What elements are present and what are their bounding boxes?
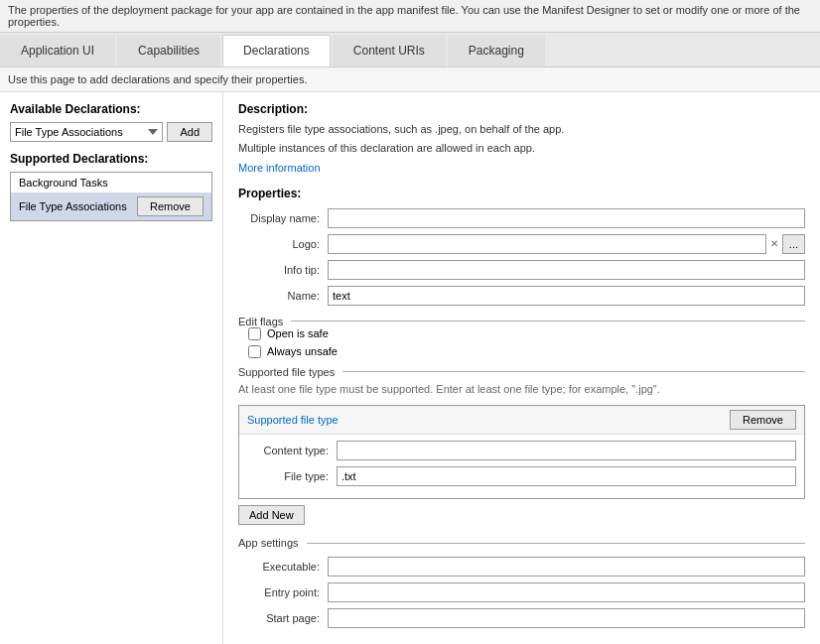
file-type-box: Supported file type Remove Content type:… (238, 405, 805, 499)
content-type-label: Content type: (247, 445, 337, 456)
file-type-remove-button[interactable]: Remove (730, 410, 796, 430)
properties-title: Properties: (238, 187, 805, 200)
supported-declarations-label: Supported Declarations: (10, 152, 212, 166)
name-input[interactable] (328, 286, 805, 306)
always-unsafe-checkbox[interactable] (248, 345, 261, 358)
tab-packaging[interactable]: Packaging (448, 35, 545, 66)
executable-input[interactable] (328, 557, 805, 577)
info-tip-input[interactable] (328, 260, 805, 280)
edit-flags-section: Edit flags Open is safe Always unsafe (238, 316, 805, 358)
display-name-input[interactable] (328, 208, 805, 228)
logo-clear-button[interactable]: ✕ (766, 236, 782, 251)
available-declarations-row: File Type Associations Add (10, 122, 212, 142)
properties-section: Properties: Display name: Logo: ✕ ... In… (238, 187, 805, 306)
logo-row: Logo: ✕ ... (238, 234, 805, 254)
add-new-button[interactable]: Add New (238, 505, 305, 525)
tabs-container: Application UI Capabilities Declarations… (0, 33, 820, 67)
file-type-input[interactable] (337, 466, 796, 486)
open-is-safe-row: Open is safe (238, 327, 805, 340)
file-type-label: File type: (247, 470, 337, 482)
main-content: Available Declarations: File Type Associ… (0, 92, 820, 644)
info-tip-label: Info tip: (238, 264, 328, 276)
display-name-label: Display name: (238, 212, 328, 224)
top-bar: The properties of the deployment package… (0, 0, 820, 33)
tab-capabilities[interactable]: Capabilities (117, 35, 220, 66)
left-panel: Available Declarations: File Type Associ… (0, 92, 223, 644)
supported-item-background-tasks[interactable]: Background Tasks (11, 173, 211, 193)
file-type-content: Content type: File type: (239, 435, 804, 498)
always-unsafe-row: Always unsafe (238, 345, 805, 358)
top-bar-text: The properties of the deployment package… (8, 4, 800, 28)
tab-content-uris[interactable]: Content URIs (333, 35, 446, 66)
entry-point-row: Entry point: (238, 582, 805, 602)
logo-browse-button[interactable]: ... (782, 234, 805, 254)
supported-file-types-label: Supported file types (238, 366, 805, 378)
open-is-safe-label: Open is safe (267, 327, 329, 339)
logo-input[interactable] (328, 234, 766, 254)
start-page-row: Start page: (238, 608, 805, 628)
executable-row: Executable: (238, 557, 805, 577)
add-button[interactable]: Add (167, 122, 212, 142)
logo-label: Logo: (238, 238, 328, 250)
name-row: Name: (238, 286, 805, 306)
file-type-header: Supported file type Remove (239, 406, 804, 435)
start-page-label: Start page: (238, 612, 328, 624)
right-panel: Description: Registers file type associa… (223, 92, 820, 644)
more-information-link[interactable]: More information (238, 162, 321, 174)
content-type-input[interactable] (337, 441, 796, 460)
tab-declarations[interactable]: Declarations (222, 35, 331, 66)
available-declarations-label: Available Declarations: (10, 102, 212, 116)
display-name-row: Display name: (238, 208, 805, 228)
name-label: Name: (238, 290, 328, 302)
file-type-row: File type: (247, 466, 796, 486)
start-page-input[interactable] (328, 608, 805, 628)
content-type-row: Content type: (247, 441, 796, 460)
entry-point-input[interactable] (328, 582, 805, 602)
supported-file-types-hint: At least one file type must be supported… (238, 382, 805, 397)
page-description: Use this page to add declarations and sp… (0, 67, 820, 92)
executable-label: Executable: (238, 561, 328, 573)
edit-flags-label: Edit flags (238, 316, 805, 327)
app-settings-section: App settings Executable: Entry point: St… (238, 537, 805, 628)
supported-declarations-list: Background Tasks File Type Associations … (10, 172, 212, 221)
remove-button[interactable]: Remove (137, 196, 204, 216)
description-title: Description: (238, 102, 805, 116)
open-is-safe-checkbox[interactable] (248, 327, 261, 340)
description-text2: Multiple instances of this declaration a… (238, 141, 805, 156)
info-tip-row: Info tip: (238, 260, 805, 280)
supported-item-file-type-associations[interactable]: File Type Associations Remove (11, 193, 211, 220)
available-declarations-dropdown[interactable]: File Type Associations (10, 122, 163, 142)
app-settings-label: App settings (238, 537, 805, 549)
always-unsafe-label: Always unsafe (267, 345, 338, 357)
entry-point-label: Entry point: (238, 586, 328, 598)
tab-application-ui[interactable]: Application UI (0, 35, 115, 66)
description-text1: Registers file type associations, such a… (238, 122, 805, 137)
supported-file-type-link[interactable]: Supported file type (247, 414, 339, 426)
supported-file-types-section: Supported file types At least one file t… (238, 366, 805, 525)
